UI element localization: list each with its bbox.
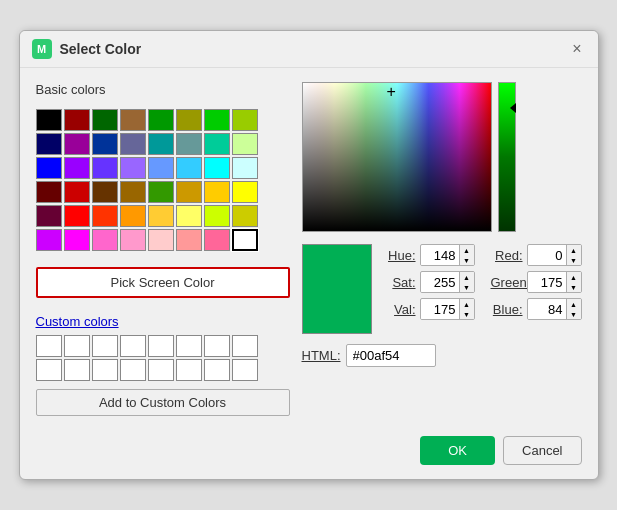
basic-color-cell[interactable] (36, 205, 62, 227)
basic-color-cell[interactable] (176, 229, 202, 251)
basic-color-cell[interactable] (176, 109, 202, 131)
blue-input[interactable] (528, 300, 566, 319)
custom-color-cell[interactable] (92, 335, 118, 357)
val-decrement-button[interactable]: ▼ (460, 309, 474, 319)
sat-increment-button[interactable]: ▲ (460, 272, 474, 282)
hue-increment-button[interactable]: ▲ (460, 245, 474, 255)
basic-color-cell[interactable] (36, 109, 62, 131)
custom-color-cell[interactable] (232, 335, 258, 357)
custom-color-cell[interactable] (148, 335, 174, 357)
green-input[interactable] (528, 273, 566, 292)
basic-color-cell[interactable] (232, 181, 258, 203)
basic-color-cell[interactable] (36, 181, 62, 203)
hue-input[interactable] (421, 246, 459, 265)
html-input[interactable] (346, 344, 436, 367)
basic-color-cell[interactable] (120, 109, 146, 131)
basic-color-cell[interactable] (120, 229, 146, 251)
custom-color-cell[interactable] (204, 335, 230, 357)
custom-color-cell[interactable] (92, 359, 118, 381)
custom-color-cell[interactable] (64, 335, 90, 357)
custom-color-cell[interactable] (176, 359, 202, 381)
green-increment-button[interactable]: ▲ (567, 272, 581, 282)
basic-color-cell[interactable] (92, 133, 118, 155)
ok-button[interactable]: OK (420, 436, 495, 465)
red-input[interactable] (528, 246, 566, 265)
blue-spinner[interactable]: ▲ ▼ (527, 298, 582, 320)
blue-decrement-button[interactable]: ▼ (567, 309, 581, 319)
basic-color-cell[interactable] (148, 109, 174, 131)
green-decrement-button[interactable]: ▼ (567, 282, 581, 292)
color-gradient-picker[interactable] (302, 82, 492, 232)
basic-color-cell[interactable] (232, 109, 258, 131)
basic-color-cell[interactable] (204, 181, 230, 203)
blue-increment-button[interactable]: ▲ (567, 299, 581, 309)
custom-color-cell[interactable] (120, 335, 146, 357)
hue-bar[interactable] (498, 82, 516, 232)
pick-screen-color-button[interactable]: Pick Screen Color (36, 267, 290, 298)
basic-color-cell[interactable] (232, 133, 258, 155)
basic-colors-label: Basic colors (36, 82, 290, 97)
custom-color-cell[interactable] (204, 359, 230, 381)
basic-color-cell[interactable] (204, 205, 230, 227)
basic-color-cell[interactable] (148, 205, 174, 227)
sat-input[interactable] (421, 273, 459, 292)
hue-decrement-button[interactable]: ▼ (460, 255, 474, 265)
custom-colors-label: Custom colors (36, 314, 290, 329)
basic-color-cell[interactable] (176, 133, 202, 155)
basic-color-cell[interactable] (36, 229, 62, 251)
basic-color-cell[interactable] (92, 109, 118, 131)
basic-color-cell[interactable] (64, 229, 90, 251)
basic-color-cell[interactable] (64, 157, 90, 179)
custom-color-cell[interactable] (36, 335, 62, 357)
basic-color-cell[interactable] (204, 109, 230, 131)
green-spinner[interactable]: ▲ ▼ (527, 271, 582, 293)
basic-color-cell[interactable] (148, 229, 174, 251)
val-input[interactable] (421, 300, 459, 319)
custom-color-grid (36, 335, 290, 381)
basic-color-cell[interactable] (232, 157, 258, 179)
basic-color-cell[interactable] (204, 229, 230, 251)
basic-color-cell[interactable] (36, 133, 62, 155)
basic-color-cell[interactable] (92, 205, 118, 227)
basic-color-cell[interactable] (92, 157, 118, 179)
basic-color-cell[interactable] (92, 229, 118, 251)
basic-color-cell[interactable] (232, 205, 258, 227)
custom-color-cell[interactable] (36, 359, 62, 381)
close-button[interactable]: × (568, 39, 585, 59)
basic-color-cell[interactable] (120, 205, 146, 227)
basic-color-cell[interactable] (148, 133, 174, 155)
basic-color-cell[interactable] (36, 157, 62, 179)
basic-color-cell[interactable] (120, 133, 146, 155)
basic-color-cell[interactable] (176, 181, 202, 203)
basic-color-cell[interactable] (148, 181, 174, 203)
basic-color-cell[interactable] (64, 181, 90, 203)
basic-color-cell[interactable] (204, 133, 230, 155)
basic-color-cell[interactable] (232, 229, 258, 251)
add-to-custom-colors-button[interactable]: Add to Custom Colors (36, 389, 290, 416)
cancel-button[interactable]: Cancel (503, 436, 581, 465)
basic-color-cell[interactable] (176, 157, 202, 179)
basic-color-cell[interactable] (120, 157, 146, 179)
basic-color-cell[interactable] (176, 205, 202, 227)
basic-color-cell[interactable] (92, 181, 118, 203)
basic-color-cell[interactable] (64, 109, 90, 131)
red-increment-button[interactable]: ▲ (567, 245, 581, 255)
sat-decrement-button[interactable]: ▼ (460, 282, 474, 292)
custom-color-cell[interactable] (232, 359, 258, 381)
val-spinner[interactable]: ▲ ▼ (420, 298, 475, 320)
sat-spinner[interactable]: ▲ ▼ (420, 271, 475, 293)
basic-color-cell[interactable] (204, 157, 230, 179)
custom-color-cell[interactable] (148, 359, 174, 381)
custom-color-cell[interactable] (120, 359, 146, 381)
basic-color-cell[interactable] (64, 133, 90, 155)
hue-spinner[interactable]: ▲ ▼ (420, 244, 475, 266)
red-decrement-button[interactable]: ▼ (567, 255, 581, 265)
basic-color-cell[interactable] (120, 181, 146, 203)
red-spinner[interactable]: ▲ ▼ (527, 244, 582, 266)
val-increment-button[interactable]: ▲ (460, 299, 474, 309)
title-bar-left: M Select Color (32, 39, 142, 59)
basic-color-cell[interactable] (148, 157, 174, 179)
custom-color-cell[interactable] (176, 335, 202, 357)
custom-color-cell[interactable] (64, 359, 90, 381)
basic-color-cell[interactable] (64, 205, 90, 227)
